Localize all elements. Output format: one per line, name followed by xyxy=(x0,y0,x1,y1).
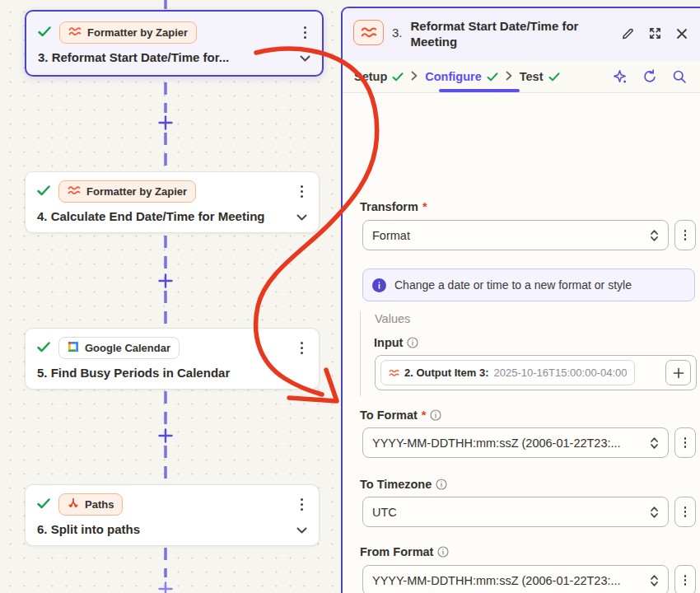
success-check-icon xyxy=(37,497,50,512)
select-stepper-icon xyxy=(650,505,659,520)
tab-setup[interactable]: Setup xyxy=(354,70,404,83)
token-value: 2025-10-16T15:00:00-04:00 xyxy=(494,367,628,379)
ai-sparkle-icon[interactable] xyxy=(611,68,629,86)
success-check-icon xyxy=(37,184,50,199)
step-card-5[interactable]: Google Calendar 5. Find Busy Periods in … xyxy=(25,328,320,390)
insert-data-button[interactable] xyxy=(665,360,691,385)
input-value-field[interactable]: 2. Output Item 3: 2025-10-16T15:00:00-04… xyxy=(375,355,697,390)
formatter-icon xyxy=(389,366,399,381)
to-format-select[interactable]: YYYY-MM-DDTHH:mm:ssZ (2006-01-22T23:... xyxy=(362,427,669,458)
info-icon xyxy=(372,278,386,292)
info-tooltip-icon[interactable] xyxy=(436,479,447,490)
required-marker: * xyxy=(422,409,427,422)
from-format-select[interactable]: YYYY-MM-DDTHH:mm:ssZ (2006-01-22T23:... xyxy=(362,565,669,593)
select-stepper-icon xyxy=(650,228,659,243)
transform-info-banner: Change a date or time to a new format or… xyxy=(362,268,695,301)
step-menu-button[interactable] xyxy=(296,496,307,512)
formatter-icon xyxy=(353,20,384,45)
app-pill-label: Google Calendar xyxy=(85,342,170,354)
step-title: 5. Find Busy Periods in Calendar xyxy=(37,366,230,380)
check-icon xyxy=(548,72,560,82)
search-icon[interactable] xyxy=(670,68,688,86)
field-menu-button[interactable] xyxy=(674,427,696,458)
chevron-right-icon xyxy=(506,69,512,84)
step-config-panel: 3. Reformat Start Date/Time for Meeting … xyxy=(341,7,700,593)
from-format-label: From Format xyxy=(360,545,449,558)
paths-icon xyxy=(68,497,79,511)
input-label: Input xyxy=(374,336,418,349)
chevron-down-icon[interactable] xyxy=(296,522,307,536)
zapier-editor: Formatter by Zapier 3. Reformat Start Da… xyxy=(0,0,700,593)
app-pill-google-calendar: Google Calendar xyxy=(58,337,180,359)
app-pill-formatter: Formatter by Zapier xyxy=(58,180,196,203)
google-calendar-icon xyxy=(68,341,79,355)
app-pill-label: Paths xyxy=(85,498,114,511)
chevron-down-icon[interactable] xyxy=(296,209,307,223)
field-menu-button[interactable] xyxy=(674,220,696,250)
expand-fullscreen-icon[interactable] xyxy=(646,25,664,42)
app-pill-label: Formatter by Zapier xyxy=(86,185,187,198)
values-label: Values xyxy=(375,312,410,325)
step-title: 3. Reformat Start Date/Time for... xyxy=(38,50,229,64)
to-timezone-label: To Timezone xyxy=(360,478,447,491)
info-tooltip-icon[interactable] xyxy=(430,409,441,421)
tab-label: Configure xyxy=(425,70,481,83)
step-title: 4. Calculate End Date/Time for Meeting xyxy=(37,209,264,223)
check-icon xyxy=(487,72,498,82)
add-step-button[interactable] xyxy=(157,581,174,593)
step-tabbar: Setup Configure Test xyxy=(343,61,700,93)
add-step-button[interactable] xyxy=(157,273,174,289)
close-icon[interactable] xyxy=(674,26,689,41)
app-pill-label: Formatter by Zapier xyxy=(87,26,188,39)
success-check-icon xyxy=(38,26,51,40)
configure-form: Transform * Format Change a date or time… xyxy=(343,93,700,593)
success-check-icon xyxy=(37,341,50,356)
check-icon xyxy=(392,72,404,82)
step-card-6[interactable]: Paths 6. Split into paths xyxy=(25,484,320,546)
select-stepper-icon xyxy=(650,436,659,451)
step-card-4[interactable]: Formatter by Zapier 4. Calculate End Dat… xyxy=(25,171,320,233)
select-stepper-icon xyxy=(650,573,659,588)
to-timezone-select[interactable]: UTC xyxy=(362,497,669,527)
refresh-icon[interactable] xyxy=(641,68,659,86)
info-tooltip-icon[interactable] xyxy=(437,546,449,558)
info-tooltip-icon[interactable] xyxy=(407,337,418,348)
step-title: 6. Split into paths xyxy=(37,522,140,536)
app-pill-paths: Paths xyxy=(58,493,123,516)
mapped-field-token[interactable]: 2. Output Item 3: 2025-10-16T15:00:00-04… xyxy=(380,360,635,385)
step-menu-button[interactable] xyxy=(300,24,310,40)
required-marker: * xyxy=(422,200,427,213)
token-name: 2. Output Item 3: xyxy=(404,367,489,379)
add-step-button[interactable] xyxy=(157,114,174,131)
add-step-button[interactable] xyxy=(157,427,174,444)
chevron-right-icon xyxy=(411,69,418,84)
formatter-icon xyxy=(68,185,81,198)
formatter-icon xyxy=(68,26,82,40)
transform-select[interactable]: Format xyxy=(362,220,669,250)
panel-header: 3. Reformat Start Date/Time for Meeting xyxy=(343,8,700,61)
step-menu-button[interactable] xyxy=(296,339,307,356)
values-group: Values Input 2. Output Item 3: 2025-10-1… xyxy=(360,311,699,396)
info-banner-text: Change a date or time to a new format or… xyxy=(394,278,632,292)
tab-label: Test xyxy=(520,70,544,83)
app-pill-formatter: Formatter by Zapier xyxy=(59,21,197,44)
tab-test[interactable]: Test xyxy=(520,70,560,83)
chevron-down-icon[interactable] xyxy=(300,50,310,64)
step-card-3[interactable]: Formatter by Zapier 3. Reformat Start Da… xyxy=(25,10,324,77)
active-tab-underline xyxy=(439,89,520,92)
tab-label: Setup xyxy=(354,70,387,83)
edit-pencil-icon[interactable] xyxy=(619,26,636,42)
field-menu-button[interactable] xyxy=(674,565,696,593)
transform-label: Transform * xyxy=(360,200,427,213)
panel-step-title: Reformat Start Date/Time for Meeting xyxy=(411,18,594,49)
to-format-label: To Format * xyxy=(360,409,441,422)
step-menu-button[interactable] xyxy=(296,183,307,199)
field-menu-button[interactable] xyxy=(674,497,696,527)
step-number: 3. xyxy=(392,26,403,40)
tab-configure[interactable]: Configure xyxy=(425,70,497,83)
